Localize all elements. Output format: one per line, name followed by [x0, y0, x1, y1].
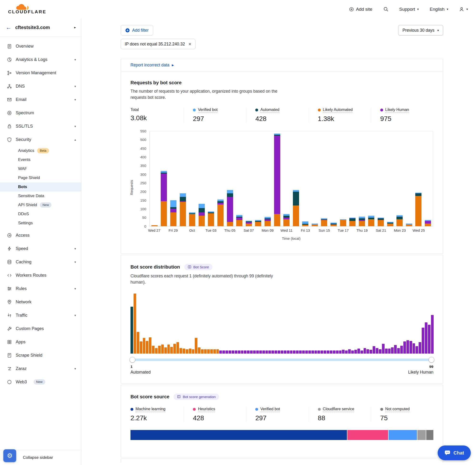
requests-bar-oct[interactable]	[187, 131, 197, 226]
score-bar-35[interactable]	[235, 350, 237, 354]
score-bar-8[interactable]	[152, 346, 155, 354]
score-bar-61[interactable]	[315, 350, 317, 354]
requests-bar-sat-30[interactable]	[178, 131, 188, 226]
score-bar-55[interactable]	[296, 350, 299, 354]
score-bar-60[interactable]	[311, 350, 314, 354]
score-bar-27[interactable]	[210, 349, 213, 354]
score-bar-74[interactable]	[354, 350, 357, 353]
score-bar-52[interactable]	[287, 350, 290, 354]
score-bar-34[interactable]	[232, 350, 234, 354]
sidebar-item-network[interactable]: Network	[0, 295, 81, 308]
requests-bar-sun-08[interactable]	[254, 131, 263, 226]
score-bar-51[interactable]	[284, 350, 286, 354]
slider-handle-max[interactable]	[429, 357, 434, 363]
requests-bar-mon-23[interactable]	[395, 131, 404, 226]
bot-score-generation-badge[interactable]: Bot score generation	[174, 394, 219, 400]
requests-bar-wed-27[interactable]	[150, 131, 159, 226]
score-bar-5[interactable]	[143, 338, 146, 354]
score-bar-53[interactable]	[290, 350, 293, 354]
score-bar-46[interactable]	[268, 350, 271, 354]
score-bar-12[interactable]	[164, 347, 167, 353]
slider-track[interactable]	[130, 359, 433, 361]
score-bar-62[interactable]	[317, 350, 320, 354]
score-bar-78[interactable]	[367, 349, 369, 354]
score-bar-75[interactable]	[357, 349, 360, 353]
score-bar-77[interactable]	[364, 348, 366, 354]
score-bar-90[interactable]	[403, 341, 406, 353]
score-bar-89[interactable]	[400, 346, 403, 354]
sidebar-item-analytics-logs[interactable]: Analytics & Logs ▾	[0, 53, 81, 66]
sidebar-item-security-analytics[interactable]: Analytics Beta	[0, 146, 81, 155]
sidebar-item-spectrum[interactable]: Spectrum	[0, 106, 81, 119]
requests-bar-wed-11[interactable]	[282, 131, 291, 226]
score-bar-92[interactable]	[410, 341, 412, 354]
requests-bar-fri-29[interactable]	[169, 131, 178, 226]
score-bar-93[interactable]	[413, 343, 415, 354]
score-bar-26[interactable]	[207, 349, 210, 354]
requests-bar-fri-13[interactable]	[301, 131, 310, 226]
score-bar-80[interactable]	[373, 346, 375, 353]
account-menu[interactable]: ▾	[459, 7, 468, 12]
score-bar-2[interactable]	[134, 294, 136, 354]
score-bar-56[interactable]	[299, 350, 302, 354]
score-bar-28[interactable]	[213, 349, 216, 354]
requests-bar-mon-16[interactable]	[329, 131, 338, 226]
score-bar-33[interactable]	[229, 350, 231, 354]
sidebar-item-caching[interactable]: Caching ▾	[0, 255, 81, 269]
requests-bar-sun-15[interactable]	[319, 131, 329, 226]
score-bar-91[interactable]	[406, 340, 409, 353]
score-bar-70[interactable]	[342, 350, 345, 353]
requests-bar-mon-02[interactable]	[197, 131, 206, 226]
score-bar-37[interactable]	[241, 350, 243, 354]
sidebar-item-access[interactable]: Access	[0, 229, 81, 242]
score-bar-17[interactable]	[180, 348, 182, 354]
language-menu[interactable]: English ▾	[430, 7, 448, 12]
date-range-button[interactable]: Previous 30 days ▾	[398, 25, 443, 35]
requests-bar-sat-07[interactable]	[244, 131, 254, 226]
score-bar-85[interactable]	[388, 349, 391, 353]
score-bar-87[interactable]	[394, 345, 397, 353]
score-bar-1[interactable]	[130, 307, 133, 354]
score-bar-64[interactable]	[324, 350, 326, 354]
quick-settings-gear-button[interactable]: ⚙	[3, 449, 16, 462]
score-bar-30[interactable]	[219, 350, 222, 354]
score-bar-44[interactable]	[262, 350, 265, 354]
requests-bar-thu-26[interactable]	[423, 131, 433, 226]
score-bar-63[interactable]	[320, 350, 323, 354]
score-bar-16[interactable]	[176, 342, 179, 354]
score-bar-42[interactable]	[256, 350, 259, 354]
filter-chip[interactable]: IP does not equal 35.212.240.32 ✕	[121, 39, 195, 49]
score-bar-69[interactable]	[339, 350, 342, 354]
requests-bar-fri-06[interactable]	[234, 131, 244, 226]
score-bar-83[interactable]	[382, 344, 385, 353]
score-bar-45[interactable]	[265, 350, 268, 354]
score-bar-4[interactable]	[140, 341, 142, 353]
requests-bar-tue-17[interactable]	[338, 131, 348, 226]
score-bar-68[interactable]	[336, 350, 338, 354]
sidebar-item-ssl-tls[interactable]: SSL/TLS ▾	[0, 119, 81, 133]
sidebar-item-email[interactable]: Email ▾	[0, 93, 81, 106]
score-bar-50[interactable]	[281, 350, 283, 354]
requests-bar-tue-24[interactable]	[404, 131, 414, 226]
score-bar-72[interactable]	[348, 349, 351, 354]
requests-bar-sat-14[interactable]	[310, 131, 319, 226]
score-bar-47[interactable]	[271, 350, 274, 354]
score-bar-14[interactable]	[170, 347, 173, 354]
chevron-right-icon[interactable]: ▸	[74, 25, 76, 30]
report-incorrect-data-link[interactable]: Report incorrect data ▸	[130, 63, 174, 68]
score-bar-3[interactable]	[137, 332, 139, 354]
score-bar-57[interactable]	[302, 350, 305, 354]
sidebar-item-scrape-shield[interactable]: Scrape Shield	[0, 349, 81, 362]
requests-bar-fri-20[interactable]	[367, 131, 376, 226]
score-bar-15[interactable]	[173, 344, 176, 353]
score-bar-32[interactable]	[225, 350, 228, 354]
score-bar-88[interactable]	[397, 348, 400, 354]
sidebar-item-security-events[interactable]: Events	[0, 155, 81, 164]
sidebar-item-rules[interactable]: Rules ▾	[0, 282, 81, 295]
requests-bar-wed-18[interactable]	[348, 131, 357, 226]
score-bar-73[interactable]	[351, 350, 354, 354]
requests-bar-wed-25[interactable]	[414, 131, 423, 226]
slider-handle-min[interactable]	[129, 357, 135, 363]
sidebar-item-security-ddos[interactable]: DDoS	[0, 210, 81, 219]
score-bar-96[interactable]	[422, 328, 424, 353]
